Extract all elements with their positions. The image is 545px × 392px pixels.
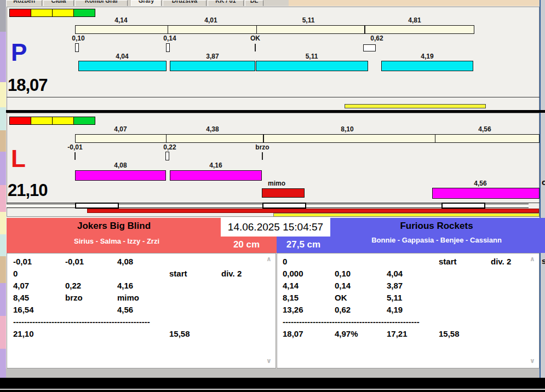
l-start-mark-label: -0,01 (67, 143, 82, 151)
team-right-jump-height: 27,5 cm (286, 239, 320, 250)
l-split-label: 4,07 (114, 125, 127, 133)
table-cell: div. 2 (221, 269, 242, 278)
taskbar-line (0, 389, 545, 390)
l-light-yellow2 (52, 117, 74, 125)
table-total: 17,21 (387, 329, 408, 338)
p-light-red (9, 9, 31, 17)
l-split-seg (435, 135, 539, 142)
background-strip (0, 0, 6, 392)
p-run-label: 4,19 (421, 53, 433, 60)
p-split-seg (168, 26, 257, 33)
p-split-bar (75, 25, 474, 34)
table-right[interactable] (277, 253, 540, 368)
team-right-members: Bonnie - Gappasia - Benjee - Cassiann (371, 236, 502, 244)
l-total-time: 21,10 (8, 181, 48, 200)
p-start-mark-label: 0,14 (163, 34, 176, 42)
table-separator: ----------------------------------------… (283, 317, 420, 326)
team-right-name: Furious Rockets (400, 221, 473, 232)
table-cell: 0,14 (335, 281, 351, 290)
table-cell: 4,07 (13, 281, 29, 290)
table-cell: 13,26 (283, 305, 303, 314)
l-start-marker-tick (74, 152, 76, 160)
p-run-label: 5,11 (306, 53, 318, 60)
l-light-green (73, 117, 95, 125)
tab-cidla[interactable]: Cidla (43, 0, 74, 6)
tab-label: Družstva (163, 0, 206, 4)
scroll-down-icon[interactable]: ∨ (530, 357, 535, 365)
team-left-members: Sirius - Salma - Izzy - Zrzi (74, 237, 159, 245)
l-light-red (9, 117, 31, 125)
tab-druzstva[interactable]: Družstva (163, 0, 206, 6)
right-edge-strip: o s (540, 0, 545, 378)
team-left-name: Jokers Big Blind (77, 221, 151, 232)
l-extra-run-bar (432, 188, 540, 199)
desktop-sliver (289, 0, 540, 6)
p-start-marker-box (166, 43, 170, 52)
p-baseline (7, 97, 540, 97)
table-cell: div. 2 (491, 257, 511, 266)
p-split-seg (257, 26, 365, 33)
table-cell: 0 (13, 269, 18, 278)
p-start-mark-label: OK (250, 34, 260, 42)
l-run-bar (75, 170, 166, 181)
p-run-label: 3,87 (206, 53, 219, 60)
tab-label: Rozbeh (7, 0, 42, 4)
p-start-marker-tick (255, 44, 256, 51)
p-split-label: 4,01 (204, 16, 217, 24)
screen-bottom-black (0, 378, 545, 392)
scroll-down-icon[interactable]: ∨ (266, 357, 272, 365)
team-left-jump-height: 20 cm (233, 239, 260, 250)
table-cell: 4,19 (387, 305, 403, 314)
table-cell: 4,08 (117, 257, 133, 266)
l-light-yellow1 (31, 117, 53, 125)
p-run-label: 4,04 (116, 53, 128, 60)
table-cell: mimo (117, 293, 139, 302)
table-cell: 8,45 (13, 293, 29, 302)
table-cell: 0,62 (335, 305, 351, 314)
tab-label: DL (245, 0, 263, 4)
tab-grafy[interactable]: Grafy (131, 0, 162, 6)
table-cell: 0,10 (335, 269, 351, 278)
scroll-up-icon[interactable]: ∧ (530, 255, 535, 263)
p-start-marker-box (75, 43, 79, 52)
strip-bar-red (87, 209, 539, 213)
table-cell: 8,15 (283, 293, 299, 302)
table-cell: 3,87 (387, 281, 403, 290)
table-cell: 4,14 (283, 281, 299, 290)
tab-kk01[interactable]: KK / 01 (208, 0, 244, 6)
l-run-label: 4,16 (209, 162, 222, 169)
p-split-seg (76, 26, 168, 33)
p-underline-bar (345, 104, 486, 108)
tab-rozbeh[interactable]: Rozbeh (6, 0, 42, 6)
app-window: Rozbeh Cidla Kombi Graf Grafy Družstva K… (0, 0, 545, 392)
table-cell: 4,56 (117, 305, 133, 314)
table-cell: start (439, 257, 457, 266)
tab-label: Grafy (131, 0, 161, 4)
p-lane-letter: P (11, 41, 27, 65)
table-total: 18,07 (283, 329, 303, 338)
l-fault-label: mimo (268, 180, 285, 187)
tab-label: KK / 01 (208, 0, 243, 4)
l-fault-bar (262, 188, 305, 198)
table-total: 4,97% (335, 329, 358, 338)
l-start-mark-label: 0,22 (163, 143, 176, 151)
l-split-seg (76, 135, 167, 142)
datetime-text: 14.06.2025 15:04:57 (228, 221, 323, 233)
table-cell: start (169, 269, 187, 278)
window-bottom-strip (6, 368, 540, 378)
table-total: 15,58 (169, 329, 190, 338)
table-cell: brzo (65, 293, 83, 302)
tab-label: Kombi Graf (76, 0, 127, 4)
table-cell: 0,000 (283, 269, 303, 278)
table-cell: 0 (283, 257, 287, 266)
tab-kombi-graf[interactable]: Kombi Graf (75, 0, 128, 6)
p-run-bar (78, 61, 167, 71)
l-split-label: 4,38 (206, 125, 219, 133)
scroll-up-icon[interactable]: ∧ (266, 255, 272, 263)
table-cell: 0,22 (65, 281, 81, 290)
p-run-bar (381, 61, 473, 71)
tab-dl[interactable]: DL (245, 0, 263, 6)
p-start-mark-label: 0,62 (370, 34, 383, 42)
l-split-bar (75, 134, 540, 143)
datetime-box: 14.06.2025 15:04:57 (221, 217, 330, 237)
